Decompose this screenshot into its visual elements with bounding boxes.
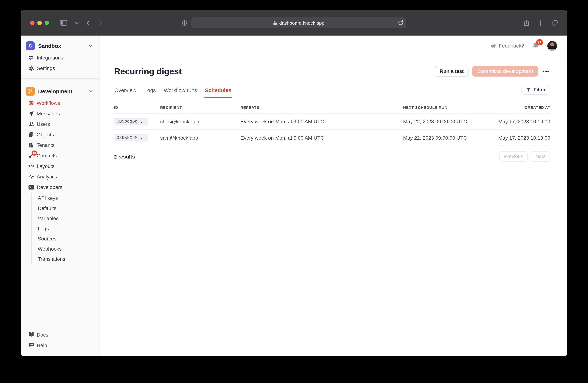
environment-name: Development — [38, 88, 72, 94]
chat-bubble-icon — [28, 342, 35, 348]
sidebar-item-workflows[interactable]: Workflows — [21, 97, 99, 108]
account-switcher[interactable]: C Sandbox — [21, 39, 99, 52]
sidebar-item-settings[interactable]: Settings — [21, 63, 99, 73]
sidebar-toggle-icon[interactable] — [60, 20, 67, 26]
sidebar-item-logs[interactable]: Logs — [32, 223, 99, 233]
avatar-head — [550, 42, 554, 46]
repeats-cell: Every week on Mon, at 9:00 AM UTC — [240, 119, 403, 124]
swap-arrows-icon — [28, 55, 35, 60]
megaphone-icon — [490, 43, 496, 48]
sub-item-label: Variables — [38, 215, 59, 221]
column-header-recipient: RECIPIENT — [160, 105, 240, 110]
sub-item-label: Logs — [38, 226, 49, 231]
results-count: 2 results — [114, 153, 135, 159]
notifications-button[interactable]: 9+ — [532, 42, 539, 50]
funnel-icon — [526, 87, 531, 92]
more-options-button[interactable]: ••• — [542, 67, 550, 76]
screenshot-stage: dashboard.knock.app — [0, 0, 588, 383]
documents-icon — [28, 132, 35, 137]
environment-logo — [26, 87, 35, 96]
filter-button[interactable]: Filter — [521, 85, 550, 95]
sidebar-item-label: Docs — [37, 332, 48, 338]
address-bar[interactable]: dashboard.knock.app — [191, 18, 406, 28]
created-at-cell: May 17, 2023 10:19:00 — [498, 119, 550, 124]
gear-icon — [28, 65, 35, 71]
previous-page-button[interactable]: Previous — [499, 151, 528, 162]
sidebar-item-layouts[interactable]: </> Layouts — [21, 161, 99, 171]
commit-to-development-button[interactable]: Commit to development — [472, 66, 538, 77]
layers-icon — [28, 100, 35, 106]
forward-button[interactable] — [99, 20, 102, 26]
sidebar-item-api-keys[interactable]: API keys — [32, 193, 99, 203]
back-button[interactable] — [86, 20, 89, 26]
next-run-cell: May 22, 2023 09:00:00 UTC — [403, 135, 498, 141]
sub-item-label: Translations — [38, 256, 65, 262]
feedback-button[interactable]: Feedback? — [490, 43, 524, 49]
table-header-row: ID RECIPIENT REPEATS NEXT SCHEDULE RUN C… — [114, 103, 550, 114]
book-icon — [28, 332, 35, 337]
toolbar-divider — [71, 19, 71, 27]
git-commit-icon: 10 — [28, 153, 35, 158]
sidebar-item-label: Tenants — [37, 142, 55, 148]
environment-switcher[interactable]: Development — [21, 84, 99, 97]
sidebar-item-analytics[interactable]: Analytics — [21, 171, 99, 182]
tab-schedules[interactable]: Schedules — [205, 84, 232, 97]
sidebar-item-users[interactable]: Users — [21, 119, 99, 129]
sidebar-item-webhooks[interactable]: Webhooks — [32, 244, 99, 254]
sidebar-item-label: Workflows — [37, 100, 60, 106]
main-panel: Feedback? 9+ — [100, 36, 567, 356]
sidebar-item-label: Integrations — [37, 55, 63, 60]
share-icon[interactable] — [524, 19, 529, 26]
sidebar-item-label: Users — [37, 121, 50, 127]
sidebar-item-label: Settings — [37, 65, 55, 71]
terminal-icon — [28, 184, 35, 190]
close-window-button[interactable] — [30, 21, 35, 25]
notification-count-badge: 9+ — [536, 39, 543, 45]
top-bar: Feedback? 9+ — [100, 36, 567, 56]
sidebar-item-tenants[interactable]: Tenants — [21, 140, 99, 150]
sub-item-label: Sources — [38, 236, 57, 242]
sidebar-item-variables[interactable]: Variables — [32, 213, 99, 223]
browser-toolbar: dashboard.knock.app — [21, 10, 567, 36]
tab-overview-icon[interactable] — [552, 20, 558, 26]
chevron-down-icon — [89, 90, 93, 92]
sidebar-item-label: Messages — [37, 111, 60, 116]
recipient-cell: chris@knock.app — [160, 119, 240, 124]
sidebar-item-docs[interactable]: Docs — [21, 329, 99, 340]
column-header-id: ID — [114, 105, 160, 110]
sidebar-chevron-icon[interactable] — [75, 21, 79, 24]
sidebar-item-help[interactable]: Help — [21, 340, 99, 350]
sidebar-item-objects[interactable]: Objects — [21, 129, 99, 140]
chevron-down-icon — [89, 44, 93, 47]
sub-item-label: Webhooks — [38, 246, 62, 252]
sidebar-divider — [21, 78, 99, 79]
tab-overview[interactable]: Overview — [114, 84, 137, 97]
minimize-window-button[interactable] — [37, 21, 42, 25]
run-a-test-button[interactable]: Run a test — [435, 66, 469, 77]
sidebar-item-sources[interactable]: Sources — [32, 233, 99, 244]
user-avatar[interactable] — [547, 41, 557, 51]
zoom-window-button[interactable] — [45, 21, 49, 25]
next-page-button[interactable]: Next — [531, 151, 550, 162]
tab-workflow-runs[interactable]: Workflow runs — [164, 84, 197, 97]
sidebar-item-label: Objects — [37, 132, 54, 137]
sidebar-item-label: Developers — [37, 184, 63, 190]
refresh-icon[interactable] — [398, 20, 403, 25]
sidebar-item-defaults[interactable]: Defaults — [32, 203, 99, 213]
sidebar-item-messages[interactable]: Messages — [21, 108, 99, 119]
schedule-id[interactable]: 0s6skXrM... — [114, 134, 148, 141]
sidebar-item-commits[interactable]: 10 Commits — [21, 150, 99, 161]
sub-item-label: Defaults — [38, 205, 57, 211]
schedule-id[interactable]: CB5odqGg... — [114, 118, 148, 125]
tab-logs[interactable]: Logs — [144, 84, 156, 97]
new-tab-icon[interactable] — [538, 20, 543, 26]
sidebar-item-translations[interactable]: Translations — [32, 254, 99, 264]
sidebar-item-developers[interactable]: Developers — [21, 182, 99, 192]
privacy-shield-icon[interactable] — [182, 20, 187, 26]
repeats-cell: Every week on Mon, at 9:00 AM UTC — [240, 135, 403, 141]
table-row[interactable]: 0s6skXrM... sam@knock.app Every week on … — [114, 130, 550, 146]
users-icon — [28, 121, 35, 127]
sidebar-item-integrations[interactable]: Integrations — [21, 52, 99, 63]
send-icon — [28, 111, 35, 116]
table-row[interactable]: CB5odqGg... chris@knock.app Every week o… — [114, 114, 550, 130]
